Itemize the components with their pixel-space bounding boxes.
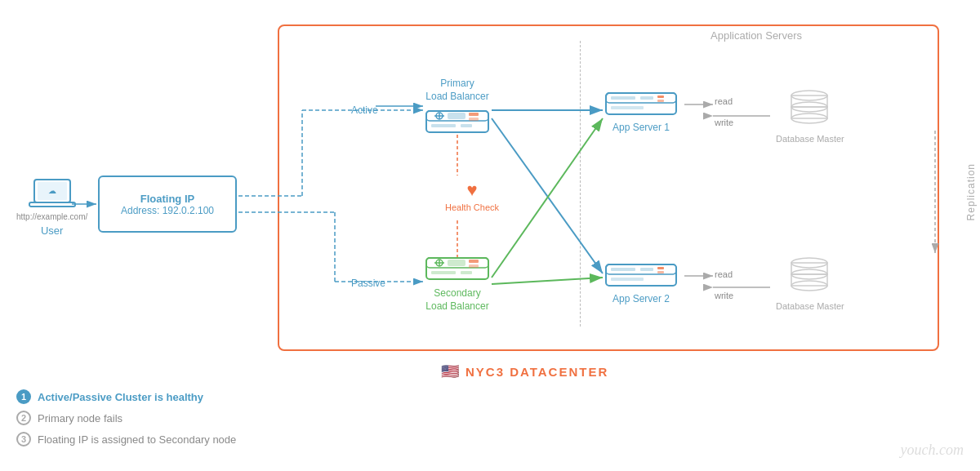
primary-lb-label: Primary Load Balancer — [425, 78, 488, 103]
heart-icon: ♥ — [466, 180, 477, 201]
svg-rect-19 — [448, 260, 466, 266]
svg-rect-33 — [611, 268, 635, 271]
svg-rect-20 — [469, 260, 479, 263]
legend-item-1: 1 Active/Passive Cluster is healthy — [16, 389, 236, 404]
svg-rect-39 — [791, 96, 827, 107]
flag-icon: 🇺🇸 — [441, 362, 459, 380]
legend-number-1: 1 — [16, 389, 31, 404]
nyc3-label: 🇺🇸 NYC3 DATACENTER — [441, 362, 608, 380]
legend-item-3: 3 Floating IP is assigned to Secondary n… — [16, 432, 236, 447]
main-container: Application Servers Replication ☁ http:/… — [0, 0, 980, 471]
svg-rect-29 — [657, 100, 664, 102]
svg-rect-12 — [431, 124, 456, 127]
svg-rect-36 — [657, 271, 664, 273]
svg-rect-21 — [469, 264, 479, 268]
floating-ip-box: Floating IP Address: 192.0.2.100 — [98, 176, 237, 233]
primary-lb-device — [425, 106, 490, 137]
db-master-1-icon — [783, 86, 836, 131]
read-write-1: read write — [715, 96, 733, 127]
svg-rect-9 — [448, 113, 466, 119]
svg-rect-13 — [461, 124, 472, 127]
app-servers-label: Application Servers — [710, 29, 802, 42]
watermark: youch.com — [901, 442, 964, 459]
svg-rect-28 — [657, 96, 664, 98]
svg-text:☁: ☁ — [48, 186, 56, 195]
health-check: ♥ Health Check — [445, 180, 499, 212]
user-section: ☁ http://example.com/ User — [16, 176, 87, 237]
svg-rect-10 — [469, 113, 479, 116]
secondary-lb: Secondary Load Balancer — [425, 253, 490, 313]
svg-rect-3 — [29, 202, 75, 207]
laptop-icon: ☁ — [28, 176, 77, 212]
active-label: Active — [351, 104, 378, 116]
svg-rect-11 — [469, 118, 479, 121]
svg-rect-37 — [611, 278, 644, 281]
svg-rect-34 — [640, 268, 653, 271]
db-master-2: Database Master — [776, 253, 844, 311]
read-write-2: read write — [715, 269, 733, 300]
legend-number-3: 3 — [16, 432, 31, 447]
svg-rect-26 — [611, 96, 635, 100]
svg-rect-41 — [791, 107, 827, 118]
legend: 1 Active/Passive Cluster is healthy 2 Pr… — [16, 389, 236, 447]
app-server-2-device — [604, 261, 678, 290]
svg-rect-44 — [791, 263, 827, 274]
app-server-1-device — [604, 90, 678, 118]
svg-rect-24 — [606, 93, 676, 114]
db-master-2-icon — [783, 253, 836, 298]
legend-number-2: 2 — [16, 411, 31, 425]
legend-item-2: 2 Primary node fails — [16, 411, 236, 425]
secondary-lb-device — [425, 253, 490, 284]
vertical-divider — [580, 41, 581, 327]
svg-rect-23 — [461, 271, 472, 274]
svg-rect-31 — [606, 264, 676, 286]
svg-rect-22 — [431, 271, 456, 274]
svg-rect-27 — [640, 96, 653, 100]
db-master-1: Database Master — [776, 86, 844, 144]
passive-label: Passive — [351, 278, 385, 289]
app-server-1: App Server 1 — [604, 90, 678, 133]
replication-label: Replication — [962, 143, 980, 241]
svg-rect-30 — [611, 106, 644, 109]
svg-rect-46 — [791, 274, 827, 286]
nyc3-text: NYC3 DATACENTER — [466, 365, 608, 379]
primary-lb: Primary Load Balancer — [425, 78, 490, 137]
svg-rect-35 — [657, 267, 664, 269]
secondary-lb-label: Secondary Load Balancer — [425, 287, 488, 313]
app-server-2: App Server 2 — [604, 261, 678, 304]
